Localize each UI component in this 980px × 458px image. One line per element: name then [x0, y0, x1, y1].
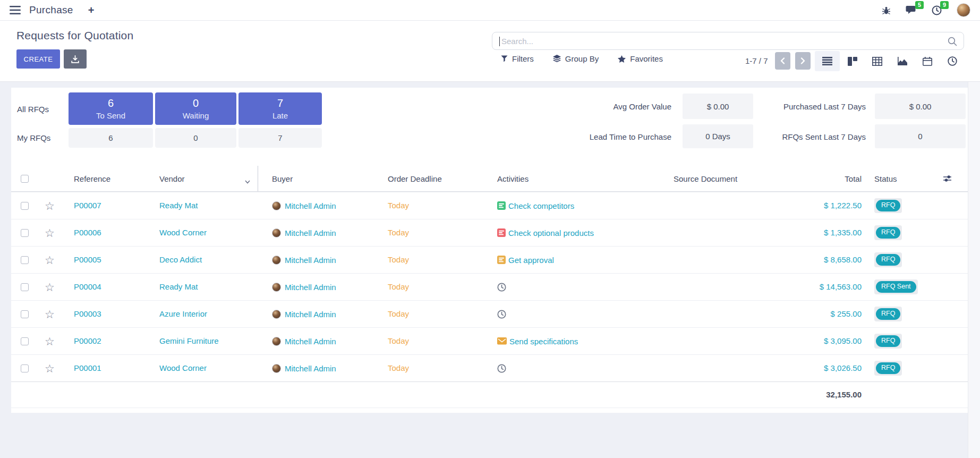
activities-clock-icon[interactable]: 9 — [932, 5, 942, 15]
list-view-button[interactable] — [815, 51, 840, 71]
favorite-star-icon[interactable]: ☆ — [45, 282, 55, 293]
table-row[interactable]: ☆ P00006 Wood Corner Mitchell Admin Toda… — [11, 219, 968, 246]
new-tab-plus-icon[interactable]: + — [88, 4, 95, 16]
header-vendor[interactable]: Vendor — [156, 166, 258, 191]
reference-link[interactable]: P00007 — [74, 201, 101, 210]
pager-previous-button[interactable] — [775, 52, 790, 70]
search-input[interactable] — [492, 32, 964, 49]
reference-link[interactable]: P00002 — [74, 336, 101, 345]
row-checkbox[interactable] — [21, 283, 29, 291]
header-buyer[interactable]: Buyer — [258, 174, 383, 183]
group-by-button[interactable]: Group By — [553, 54, 599, 63]
activity-label[interactable]: Check optional products — [508, 228, 594, 238]
kanban-view-icon — [848, 57, 857, 66]
select-all-checkbox[interactable] — [21, 175, 29, 183]
favorite-star-icon[interactable]: ☆ — [45, 336, 55, 347]
table-row[interactable]: ☆ P00004 Ready Mat Mitchell Admin Today … — [11, 273, 968, 300]
buyer-link[interactable]: Mitchell Admin — [285, 201, 336, 210]
vendor-link[interactable]: Azure Interior — [159, 309, 207, 318]
buyer-link[interactable]: Mitchell Admin — [285, 283, 336, 292]
hamburger-menu-icon[interactable] — [10, 6, 21, 14]
pivot-view-button[interactable] — [865, 51, 890, 71]
header-total[interactable]: Total — [813, 174, 862, 183]
activity-label[interactable]: Get approval — [508, 256, 554, 265]
activity-label[interactable]: Send specifications — [509, 337, 578, 346]
order-deadline-value: Today — [388, 255, 409, 264]
my-to-send-cell[interactable]: 6 — [69, 128, 153, 148]
vendor-link[interactable]: Wood Corner — [159, 363, 207, 372]
table-row[interactable]: ☆ P00007 Ready Mat Mitchell Admin Today … — [11, 192, 968, 219]
calendar-view-button[interactable] — [915, 51, 940, 71]
buyer-link[interactable]: Mitchell Admin — [285, 364, 336, 373]
activity-list-icon-green[interactable] — [497, 201, 506, 210]
header-source-document[interactable]: Source Document — [662, 174, 813, 183]
table-row[interactable]: ☆ P00002 Gemini Furniture Mitchell Admin… — [11, 327, 968, 354]
reference-link[interactable]: P00005 — [74, 255, 101, 264]
reference-link[interactable]: P00001 — [74, 363, 101, 372]
activity-clock-icon[interactable] — [497, 364, 506, 373]
debug-bug-icon[interactable] — [882, 6, 891, 15]
my-late-cell[interactable]: 7 — [238, 128, 322, 148]
user-avatar[interactable] — [957, 3, 970, 17]
favorite-star-icon[interactable]: ☆ — [45, 200, 55, 211]
activity-label[interactable]: Check competitors — [508, 201, 574, 210]
header-status[interactable]: Status — [862, 174, 968, 183]
buyer-link[interactable]: Mitchell Admin — [285, 256, 336, 265]
vendor-link[interactable]: Ready Mat — [159, 282, 198, 291]
activity-list-icon-red[interactable] — [497, 228, 506, 237]
activity-list-icon-yellow[interactable] — [497, 256, 506, 264]
status-badge: RFQ — [874, 334, 902, 349]
create-button[interactable]: CREATE — [16, 49, 60, 69]
buyer-link[interactable]: Mitchell Admin — [285, 337, 336, 346]
tile-to-send[interactable]: 6 To Send — [69, 92, 153, 125]
table-row[interactable]: ☆ P00005 Deco Addict Mitchell Admin Toda… — [11, 246, 968, 273]
reference-link[interactable]: P00004 — [74, 282, 101, 291]
tile-waiting[interactable]: 0 Waiting — [155, 92, 236, 125]
export-download-button[interactable] — [64, 49, 87, 69]
vendor-link[interactable]: Gemini Furniture — [159, 336, 219, 345]
messages-icon[interactable]: 5 — [906, 5, 917, 15]
activity-email-icon[interactable] — [497, 337, 507, 345]
table-row[interactable]: ☆ P00001 Wood Corner Mitchell Admin Toda… — [11, 354, 968, 381]
activity-clock-icon[interactable] — [497, 310, 506, 319]
row-checkbox[interactable] — [21, 364, 29, 372]
activity-view-button[interactable] — [940, 51, 965, 71]
buyer-link[interactable]: Mitchell Admin — [285, 228, 336, 238]
reference-link[interactable]: P00006 — [74, 228, 101, 237]
search-icon[interactable] — [948, 37, 957, 48]
table-row[interactable]: ☆ P00003 Azure Interior Mitchell Admin T… — [11, 300, 968, 327]
graph-view-button[interactable] — [890, 51, 915, 71]
activity-clock-icon[interactable] — [497, 283, 506, 292]
favorite-star-icon[interactable]: ☆ — [45, 309, 55, 320]
vendor-link[interactable]: Ready Mat — [159, 201, 198, 210]
row-checkbox[interactable] — [21, 310, 29, 318]
kpi-avg-order-label: Avg Order Value — [613, 102, 671, 111]
buyer-link[interactable]: Mitchell Admin — [285, 310, 336, 319]
control-panel: Requests for Quotation CREATE Filters Gr… — [0, 21, 980, 82]
row-checkbox[interactable] — [21, 337, 29, 345]
header-activities[interactable]: Activities — [492, 174, 662, 183]
pager-next-button[interactable] — [795, 52, 811, 70]
app-title[interactable]: Purchase — [29, 4, 73, 16]
favorite-star-icon[interactable]: ☆ — [45, 227, 55, 239]
kanban-view-button[interactable] — [840, 51, 865, 71]
header-order-deadline[interactable]: Order Deadline — [383, 174, 492, 183]
favorite-star-icon[interactable]: ☆ — [45, 363, 55, 374]
filters-button[interactable]: Filters — [501, 54, 534, 63]
row-checkbox[interactable] — [21, 202, 29, 210]
favorites-button[interactable]: Favorites — [618, 54, 663, 63]
table-footer-row: 32,155.00 — [11, 381, 968, 408]
row-checkbox[interactable] — [21, 229, 29, 237]
optional-columns-icon[interactable] — [943, 175, 952, 184]
vendor-link[interactable]: Wood Corner — [159, 228, 207, 237]
my-waiting-cell[interactable]: 0 — [155, 128, 236, 148]
header-reference[interactable]: Reference — [62, 174, 156, 183]
scrollbar-gutter[interactable] — [968, 82, 980, 458]
tile-late[interactable]: 7 Late — [238, 92, 322, 125]
reference-link[interactable]: P00003 — [74, 309, 101, 318]
favorite-star-icon[interactable]: ☆ — [45, 255, 55, 266]
pivot-view-icon — [872, 57, 882, 66]
total-amount: $ 3,026.50 — [824, 363, 862, 372]
vendor-link[interactable]: Deco Addict — [159, 255, 202, 264]
row-checkbox[interactable] — [21, 256, 29, 264]
